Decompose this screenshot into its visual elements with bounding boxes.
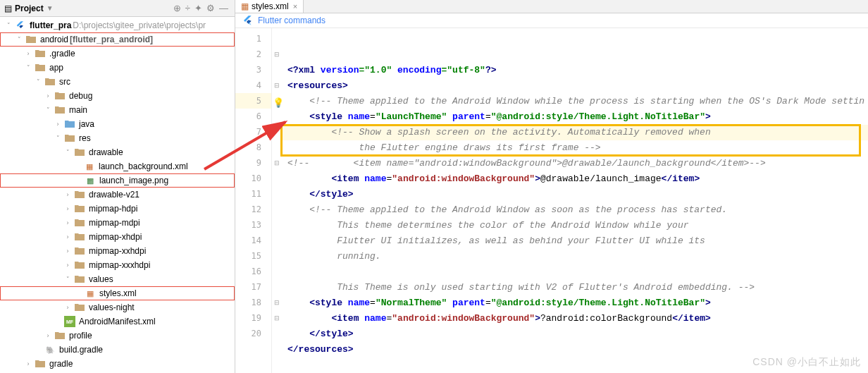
fold-marker[interactable] [272, 171, 282, 186]
expand-arrow-icon[interactable]: ˅ [54, 135, 62, 142]
tree-item-java[interactable]: ›java [0, 117, 235, 131]
fold-marker[interactable]: ⊟ [272, 155, 282, 171]
fold-marker[interactable]: ⊟ [272, 295, 282, 310]
project-title[interactable]: Project [15, 4, 44, 13]
code-line[interactable]: <item name="android:windowBackground">?a… [282, 311, 868, 326]
fold-marker[interactable]: ⊟ [272, 310, 282, 326]
expand-arrow-icon[interactable]: ˅ [44, 106, 52, 114]
expand-arrow-icon[interactable]: ˅ [4, 22, 13, 29]
tree-item-mipmap-mdpi[interactable]: ›mipmap-mdpi [0, 216, 235, 230]
code-line[interactable]: running. [282, 249, 868, 264]
fold-marker[interactable] [272, 109, 282, 124]
code-view[interactable]: <?xml version="1.0" encoding="utf-8"?><r… [282, 28, 868, 373]
code-line[interactable]: <!-- Theme applied to the Android Window… [282, 94, 868, 109]
tree-item--gradle[interactable]: ›.gradle [0, 47, 235, 61]
code-line[interactable]: </resources> [282, 342, 868, 357]
tree-item-res[interactable]: ˅res [0, 131, 235, 145]
fold-marker[interactable] [272, 264, 282, 279]
fold-marker[interactable] [272, 248, 282, 264]
tree-item-mipmap-xxxhdpi[interactable]: ›mipmap-xxxhdpi [0, 258, 235, 272]
gear-icon[interactable]: ⚙ [206, 3, 215, 13]
tree-item-debug[interactable]: ›debug [0, 89, 235, 103]
tree-item-styles-xml[interactable]: ▦styles.xml [0, 286, 235, 300]
expand-arrow-icon[interactable]: ˅ [63, 276, 72, 283]
fold-marker[interactable]: ⊟ [272, 47, 282, 62]
tree-item-build-gradle[interactable]: 🐘build.gradle [0, 343, 235, 357]
code-line[interactable]: <!-- <item name="android:windowBackgroun… [282, 156, 868, 171]
expand-arrow-icon[interactable]: › [24, 360, 32, 367]
tree-item-app[interactable]: ˅app [0, 61, 235, 75]
fold-marker[interactable] [272, 279, 282, 295]
flutter-commands-bar[interactable]: Flutter commands [235, 13, 868, 28]
tree-item-flutter-pra[interactable]: ˅flutter_pra D:\projects\gitee_private\p… [0, 18, 235, 32]
project-tree[interactable]: ˅flutter_pra D:\projects\gitee_private\p… [0, 17, 235, 373]
code-line[interactable]: <!-- Show a splash screen on the activit… [282, 125, 868, 140]
fold-marker[interactable] [272, 217, 282, 233]
collapse-icon[interactable]: ÷ [185, 3, 190, 13]
fold-marker[interactable] [272, 186, 282, 202]
expand-arrow-icon[interactable]: ˅ [15, 36, 23, 43]
expand-arrow-icon[interactable]: › [44, 92, 52, 99]
fold-marker[interactable] [272, 202, 282, 217]
expand-arrow-icon[interactable]: ˅ [34, 78, 42, 85]
fold-marker[interactable]: ⊟ [272, 78, 282, 93]
expand-arrow-icon[interactable]: ˅ [24, 64, 32, 71]
code-line[interactable]: the Flutter engine draws its first frame… [282, 140, 868, 156]
expand-arrow-icon[interactable]: › [63, 191, 72, 198]
tab-styles-xml[interactable]: ▦ styles.xml × [235, 0, 304, 13]
tree-item-launch-image-png[interactable]: ▩launch_image.png [0, 173, 235, 188]
fold-marker[interactable] [272, 140, 282, 155]
expand-arrow-icon[interactable]: › [24, 50, 32, 57]
code-line[interactable] [282, 264, 868, 280]
tree-item-android[interactable]: ˅android [flutter_pra_android] [0, 32, 235, 47]
tree-item-profile[interactable]: ›profile [0, 329, 235, 343]
fold-marker[interactable] [272, 124, 282, 140]
chevron-down-icon[interactable]: ▼ [46, 4, 54, 12]
expand-arrow-icon[interactable]: › [63, 262, 72, 269]
tree-item-drawable[interactable]: ˅drawable [0, 145, 235, 159]
tree-item-gradle[interactable]: ›gradle [0, 357, 235, 371]
tree-item-drawable-v21[interactable]: ›drawable-v21 [0, 188, 235, 202]
fold-marker[interactable] [272, 326, 282, 341]
hide-icon[interactable]: — [219, 3, 228, 13]
tree-item-src[interactable]: ˅src [0, 75, 235, 89]
expand-arrow-icon[interactable]: ˅ [63, 149, 72, 156]
fold-marker[interactable] [272, 31, 282, 47]
code-line[interactable]: <item name="android:windowBackground">@d… [282, 171, 868, 187]
expand-arrow-icon[interactable]: › [44, 332, 52, 339]
tree-label: debug [69, 91, 92, 101]
tree-item-launch-background-xml[interactable]: ▦launch_background.xml [0, 159, 235, 173]
expand-arrow-icon[interactable]: › [63, 247, 72, 255]
folder-icon [54, 330, 66, 341]
code-line[interactable]: </style> [282, 187, 868, 202]
code-line[interactable]: </style> [282, 326, 868, 342]
fold-marker[interactable] [272, 62, 282, 78]
expand-arrow-icon[interactable]: › [63, 205, 72, 212]
tree-item-main[interactable]: ˅main [0, 103, 235, 117]
target-icon[interactable]: ⊕ [173, 3, 181, 13]
code-line[interactable]: <style name="LaunchTheme" parent="@andro… [282, 109, 868, 125]
close-icon[interactable]: × [293, 2, 297, 11]
expand-arrow-icon[interactable]: › [54, 121, 62, 128]
code-line[interactable]: <!-- Theme applied to the Android Window… [282, 202, 868, 218]
tree-item-values-night[interactable]: ›values-night [0, 300, 235, 314]
code-line[interactable]: This Theme is only used starting with V2… [282, 280, 868, 295]
tree-item-mipmap-xhdpi[interactable]: ›mipmap-xhdpi [0, 230, 235, 244]
code-line[interactable]: <?xml version="1.0" encoding="utf-8"?> [282, 63, 868, 78]
expand-arrow-icon[interactable]: › [63, 304, 72, 311]
tree-item-mipmap-hdpi[interactable]: ›mipmap-hdpi [0, 202, 235, 216]
tree-item-androidmanifest-xml[interactable]: MFAndroidManifest.xml [0, 314, 235, 329]
star-icon[interactable]: ✦ [194, 3, 202, 13]
expand-arrow-icon[interactable]: › [63, 233, 72, 240]
tree-item-values[interactable]: ˅values [0, 272, 235, 286]
code-line[interactable]: This theme determines the color of the A… [282, 218, 868, 233]
editor-area[interactable]: 12345💡67891011121314151617181920 ⊟⊟⊟⊟⊟ <… [235, 28, 868, 373]
code-line[interactable]: <resources> [282, 78, 868, 94]
expand-arrow-icon[interactable]: › [63, 219, 72, 226]
code-line[interactable]: Flutter UI initializes, as well as behin… [282, 233, 868, 249]
code-line[interactable]: <style name="NormalTheme" parent="@andro… [282, 295, 868, 311]
tree-item-mipmap-xxhdpi[interactable]: ›mipmap-xxhdpi [0, 244, 235, 258]
path-label: D:\projects\gitee_private\projects\pr [73, 20, 206, 30]
fold-marker[interactable] [272, 233, 282, 248]
folder-icon [54, 104, 66, 116]
